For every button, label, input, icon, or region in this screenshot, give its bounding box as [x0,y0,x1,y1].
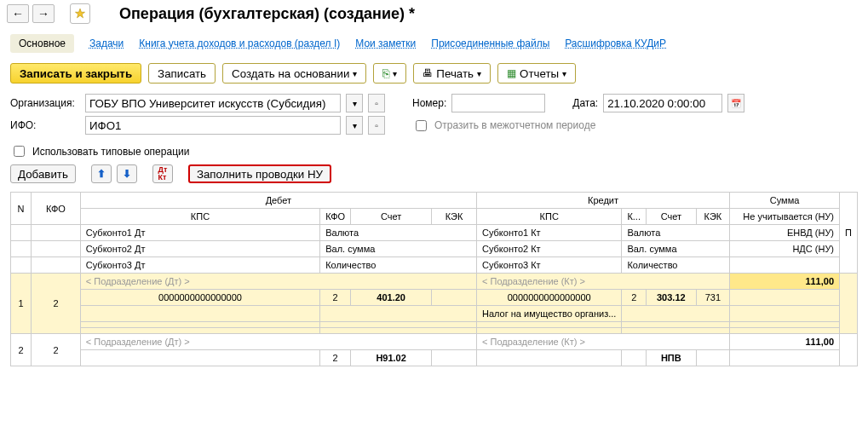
print-button[interactable]: 🖶 Печать [413,63,491,84]
col-kfo2-dt: КФО [320,209,351,225]
cell-sch-kt[interactable]: НПВ [646,350,696,366]
print-icon: 🖶 [423,67,433,79]
print-label: Печать [436,67,474,80]
date-input[interactable] [603,94,722,112]
tab-files[interactable]: Присоединенные файлы [431,37,549,49]
col-sum: Сумма [730,193,840,209]
col-nds: НДС (НУ) [730,241,840,257]
col-credit: Кредит [477,193,730,209]
num-label: Номер: [412,97,446,109]
cell-sch-dt[interactable]: Н91.02 [351,350,432,366]
col-valsum-dt: Вал. сумма [320,241,477,257]
org-dropdown-button[interactable]: ▾ [346,94,363,112]
col-sub1dt: Субконто1 Дт [80,225,319,241]
cell-kek-kt[interactable]: 731 [696,290,729,306]
col-sub2kt: Субконто2 Кт [477,241,622,257]
cell-podr-dt[interactable]: < Подразделение (Дт) > [80,274,476,290]
col-kek-dt: КЭК [432,209,477,225]
col-debit: Дебет [80,193,476,209]
col-kfo2-kt: К... [622,209,647,225]
col-p: П [840,193,858,274]
col-not-counted: Не учитывается (НУ) [730,209,840,225]
add-button[interactable]: Добавить [10,164,76,183]
date-label: Дата: [572,97,598,109]
tab-notes[interactable]: Мои заметки [355,37,416,49]
reports-label: Отчеты [520,67,559,80]
col-envd: ЕНВД (НУ) [730,225,840,241]
create-based-button[interactable]: Создать на основании [222,63,366,84]
dtk-icon: ДтКт [158,166,167,182]
col-valuta-dt: Валюта [320,225,477,241]
dtk-button[interactable]: ДтКт [152,164,173,183]
tab-tasks[interactable]: Задачи [89,37,124,49]
report-icon: ▦ [507,67,516,79]
tab-kudir[interactable]: Расшифровка КУДиР [565,37,666,49]
col-valuta-kt: Валюта [622,225,730,241]
col-sch-kt: Счет [646,209,696,225]
org-open-button[interactable]: ▫ [368,94,385,112]
col-valsum-kt: Вал. сумма [622,241,730,257]
col-kolvo-kt: Количество [622,257,730,274]
nav-back-button[interactable]: ← [7,4,29,23]
col-kfo: КФО [32,193,81,225]
cell-kfo: 2 [32,274,81,334]
cell-n: 2 [11,334,32,366]
cell-sch-dt[interactable]: 401.20 [351,290,432,306]
cell-podr-kt[interactable]: < Подразделение (Кт) > [477,274,730,290]
cell-sum[interactable]: 111,00 [730,274,840,290]
ifo-open-button[interactable]: ▫ [368,116,385,135]
use-typical-label: Использовать типовые операции [32,146,189,158]
cell-kfo: 2 [32,334,81,366]
org-input[interactable] [85,94,341,112]
col-n: N [11,193,32,225]
star-icon[interactable] [70,3,90,24]
page-title: Операция (бухгалтерская) (создание) * [94,5,415,23]
cell-kfo2-dt[interactable]: 2 [320,290,351,306]
reflect-label: Отразить в межотчетном периоде [434,119,595,131]
col-sub3kt: Субконто3 Кт [477,257,622,274]
save-close-button[interactable]: Записать и закрыть [10,63,141,84]
col-sub3dt: Субконто3 Дт [80,257,319,274]
ifo-label: ИФО: [10,119,80,131]
reflect-checkbox[interactable] [416,120,427,131]
ifo-dropdown-button[interactable]: ▾ [346,116,363,135]
col-kps-dt: КПС [80,209,319,225]
cell-n: 1 [11,274,32,334]
copy-icon: ⎘ [382,66,389,80]
col-sub1kt: Субконто1 Кт [477,225,622,241]
move-down-button[interactable]: ⬇ [117,164,137,183]
cell-podr-dt[interactable]: < Подразделение (Дт) > [80,334,476,350]
copy-menu-button[interactable]: ⎘ [373,63,406,84]
num-input[interactable] [451,94,545,112]
arrow-up-icon: ⬆ [97,168,106,180]
save-button[interactable]: Записать [148,63,216,84]
cell-kfo2-dt[interactable]: 2 [320,350,351,366]
nav-forward-button[interactable]: → [32,4,55,23]
cell-kps-kt[interactable]: 0000000000000000 [477,290,622,306]
cell-podr-kt[interactable]: < Подразделение (Кт) > [477,334,730,350]
col-sch-dt: Счет [351,209,432,225]
table-row[interactable]: 1 2 < Подразделение (Дт) > < Подразделен… [11,274,858,290]
col-sub2dt: Субконто2 Дт [80,241,319,257]
fill-nu-button[interactable]: Заполнить проводки НУ [188,164,331,183]
tab-book[interactable]: Книга учета доходов и расходов (раздел I… [139,37,340,49]
cell-tax-line[interactable]: Налог на имущество организ... [477,306,622,322]
cell-sch-kt[interactable]: 303.12 [646,290,696,306]
col-kek-kt: КЭК [696,209,729,225]
cell-kfo2-kt[interactable]: 2 [622,290,647,306]
move-up-button[interactable]: ⬆ [91,164,112,183]
col-kps-kt: КПС [477,209,622,225]
cell-sum[interactable]: 111,00 [730,334,840,350]
entries-grid[interactable]: N КФО Дебет Кредит Сумма П КПС КФО Счет … [10,192,858,366]
cell-kek-dt[interactable] [432,290,477,306]
ifo-input[interactable] [85,116,341,135]
arrow-down-icon: ⬇ [123,168,131,180]
reports-button[interactable]: ▦ Отчеты [497,63,576,84]
date-picker-button[interactable]: 📅 [727,94,744,112]
col-kolvo-dt: Количество [320,257,477,274]
tab-main[interactable]: Основное [10,34,74,53]
use-typical-checkbox[interactable] [14,146,25,157]
org-label: Организация: [10,97,80,109]
cell-kps-dt[interactable]: 0000000000000000 [80,290,319,306]
table-row[interactable]: 2 2 < Подразделение (Дт) > < Подразделен… [11,334,858,350]
